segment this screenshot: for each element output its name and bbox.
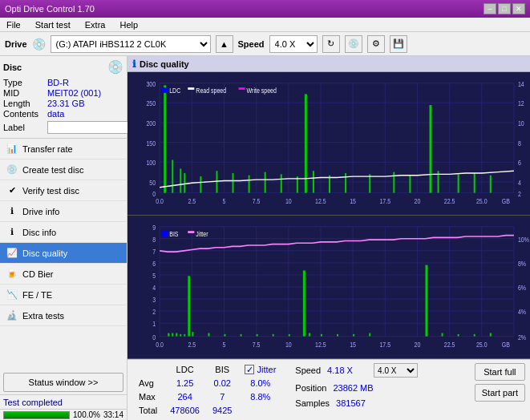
svg-text:10%: 10% <box>518 235 529 244</box>
svg-text:0.0: 0.0 <box>156 340 164 349</box>
jitter-checkbox[interactable]: ✓ <box>245 365 254 374</box>
save-button[interactable]: 💾 <box>390 35 407 53</box>
nav-list: 📊 Transfer rate 💿 Create test disc ✔ Ver… <box>0 139 127 370</box>
maximize-button[interactable]: □ <box>498 3 511 14</box>
svg-text:2%: 2% <box>518 333 527 341</box>
mid-value: MEIT02 (001) <box>47 88 101 98</box>
svg-rect-62 <box>393 172 394 193</box>
disc-button[interactable]: 💿 <box>345 35 362 53</box>
transfer-rate-icon: 📊 <box>6 143 18 155</box>
contents-label: Contents <box>3 109 47 119</box>
menu-help[interactable]: Help <box>116 20 141 30</box>
cd-bier-icon: 🍺 <box>6 269 18 280</box>
refresh-button[interactable]: ↻ <box>322 35 340 53</box>
svg-rect-142 <box>353 334 354 337</box>
svg-text:GB: GB <box>502 340 510 349</box>
svg-text:7.5: 7.5 <box>253 340 261 349</box>
speed-label: Speed <box>238 39 265 49</box>
sidebar-item-create-test-disc[interactable]: 💿 Create test disc <box>0 160 127 180</box>
sidebar-item-disc-quality[interactable]: 📈 Disc quality <box>0 243 127 264</box>
svg-text:8: 8 <box>518 139 521 147</box>
svg-text:6%: 6% <box>518 283 527 292</box>
sidebar-progress-fill <box>4 412 69 418</box>
status-window-button[interactable]: Status window >> <box>3 373 123 392</box>
menu-bar: File Start test Extra Help <box>0 18 530 32</box>
speed-info: Speed 4.18 X 4.0 X Position 23862 MB Sam… <box>295 363 418 417</box>
menu-file[interactable]: File <box>3 20 24 30</box>
menu-extra[interactable]: Extra <box>82 20 109 30</box>
svg-rect-149 <box>161 231 168 236</box>
position-label: Position <box>295 383 326 393</box>
settings-button[interactable]: ⚙ <box>367 35 385 53</box>
content-area: ℹ Disc quality <box>127 56 530 420</box>
minimize-button[interactable]: – <box>483 3 496 14</box>
svg-text:BIS: BIS <box>169 229 179 238</box>
samples-label: Samples <box>295 398 330 408</box>
bis-avg-value: 0.02 <box>206 377 238 390</box>
svg-rect-146 <box>458 334 459 337</box>
main-area: Disc 💿 Type BD-R MID MEIT02 (001) Length… <box>0 56 530 420</box>
position-value: 23862 MB <box>333 383 373 393</box>
start-full-button[interactable]: Start full <box>475 363 525 381</box>
svg-text:GB: GB <box>502 196 510 205</box>
ldc-chart: 0 50 100 150 200 250 300 2 4 6 8 10 12 1… <box>127 72 530 215</box>
svg-text:100: 100 <box>146 158 156 167</box>
svg-text:Read speed: Read speed <box>196 86 226 95</box>
jitter-max-value: 8.8% <box>238 390 282 404</box>
disc-section-title: Disc <box>3 63 22 72</box>
svg-text:5: 5 <box>223 340 226 349</box>
close-button[interactable]: ✕ <box>512 3 525 14</box>
svg-rect-54 <box>265 172 266 193</box>
svg-rect-135 <box>257 334 258 337</box>
type-label: Type <box>3 78 47 87</box>
svg-rect-63 <box>409 176 411 193</box>
svg-text:250: 250 <box>146 99 156 107</box>
svg-text:Write speed: Write speed <box>247 86 277 95</box>
sidebar-item-transfer-rate[interactable]: 📊 Transfer rate <box>0 139 127 160</box>
svg-text:300: 300 <box>146 79 156 88</box>
sidebar-progress-area: Test completed <box>0 394 127 409</box>
svg-text:15: 15 <box>350 196 356 205</box>
jitter-checkbox-row: ✓ Jitter <box>245 365 276 374</box>
svg-rect-131 <box>192 332 193 336</box>
sidebar-item-extra-tests[interactable]: 🔬 Extra tests <box>0 305 127 326</box>
svg-rect-0 <box>127 72 530 215</box>
disc-quality-header-icon: ℹ <box>132 59 136 70</box>
sidebar-progress-bar <box>3 411 70 419</box>
disc-section: Disc 💿 Type BD-R MID MEIT02 (001) Length… <box>0 56 127 139</box>
svg-text:10: 10 <box>518 119 524 127</box>
total-row-label: Total <box>132 403 164 417</box>
svg-rect-133 <box>224 334 225 337</box>
svg-text:2.5: 2.5 <box>188 340 196 349</box>
drive-icon: 💿 <box>32 38 46 50</box>
window-controls: – □ ✕ <box>483 3 525 14</box>
svg-text:10: 10 <box>285 196 292 205</box>
svg-rect-132 <box>208 333 209 337</box>
menu-start-test[interactable]: Start test <box>32 20 74 30</box>
sidebar-item-disc-info[interactable]: ℹ Disc info <box>0 222 127 243</box>
nav-label-disc-quality: Disc quality <box>22 248 67 258</box>
sidebar-item-verify-test-disc[interactable]: ✔ Verify test disc <box>0 180 127 201</box>
start-part-button[interactable]: Start part <box>475 384 525 402</box>
svg-rect-48 <box>180 168 181 192</box>
sidebar-item-fe-te[interactable]: 📉 FE / TE <box>0 285 127 305</box>
speed-select[interactable]: 4.0 X <box>269 35 318 53</box>
svg-text:Jitter: Jitter <box>196 229 208 238</box>
svg-text:20: 20 <box>415 196 421 205</box>
svg-text:17.5: 17.5 <box>379 340 390 349</box>
svg-text:3: 3 <box>152 295 156 304</box>
nav-label-cd-bier: CD Bier <box>22 269 54 279</box>
eject-button[interactable]: ▲ <box>216 35 233 53</box>
drive-info-icon: ℹ <box>6 206 18 217</box>
svg-rect-52 <box>233 173 234 193</box>
ldc-total-value: 478606 <box>164 403 206 417</box>
sidebar-item-cd-bier[interactable]: 🍺 CD Bier <box>0 264 127 285</box>
speed-select-stats[interactable]: 4.0 X <box>374 363 418 378</box>
sidebar-item-drive-info[interactable]: ℹ Drive info <box>0 201 127 222</box>
nav-label-disc-info: Disc info <box>22 228 56 237</box>
progress-status: Test completed <box>3 398 63 407</box>
sidebar-progress-pct: 100.0% <box>73 410 100 419</box>
svg-text:17.5: 17.5 <box>379 196 390 205</box>
drive-select[interactable]: (G:) ATAPI iHBS112 2 CL0K <box>51 35 211 53</box>
ldc-max-value: 264 <box>164 390 206 404</box>
